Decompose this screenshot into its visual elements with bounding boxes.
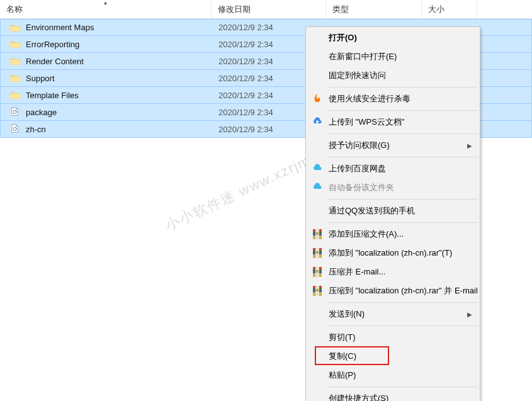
file-name-cell: Support <box>1 72 212 84</box>
column-header-date[interactable]: 修改日期 <box>212 0 326 18</box>
file-name-cell: package <box>1 106 212 118</box>
file-name-text: package <box>26 108 57 117</box>
folder-icon <box>9 38 21 50</box>
menu-grant-access[interactable]: 授予访问权限(G) ▶ <box>307 136 478 155</box>
menu-send-qq[interactable]: 通过QQ发送到我的手机 <box>307 201 478 220</box>
menu-open-new-window[interactable]: 在新窗口中打开(E) <box>307 47 478 66</box>
header-label-date: 修改日期 <box>218 4 251 15</box>
context-menu: 打开(O) 在新窗口中打开(E) 固定到快速访问 使用火绒安全进行杀毒 上传到 … <box>305 26 480 401</box>
column-header-name[interactable]: 名称 ▲ <box>0 0 212 18</box>
menu-upload-wps[interactable]: 上传到 "WPS云文档" <box>307 113 478 132</box>
column-header-size[interactable]: 大小 <box>422 0 477 18</box>
sort-ascending-icon: ▲ <box>103 0 108 6</box>
chevron-right-icon: ▶ <box>467 311 472 318</box>
cloud-baidu-icon <box>311 162 324 175</box>
menu-copy[interactable]: 复制(C) <box>307 347 478 366</box>
file-name-cell: Template Files <box>1 89 212 101</box>
menu-add-archive[interactable]: 添加到压缩文件(A)... <box>307 225 478 244</box>
folder-icon <box>9 89 21 101</box>
file-name-cell: Render Content <box>1 55 212 67</box>
menu-compress-email-local[interactable]: 压缩到 "localization (zh-cn).rar" 并 E-mail <box>307 281 478 300</box>
header-label-size: 大小 <box>428 4 444 15</box>
menu-auto-backup: 自动备份该文件夹 <box>307 178 478 197</box>
rar-icon <box>311 228 324 240</box>
column-header-row: 名称 ▲ 修改日期 类型 大小 <box>0 0 532 19</box>
menu-separator <box>329 387 478 387</box>
menu-paste[interactable]: 粘贴(P) <box>307 366 478 385</box>
file-name-text: Support <box>26 74 55 83</box>
file-name-text: zh-cn <box>26 125 46 134</box>
header-label-name: 名称 <box>6 4 23 15</box>
rar-icon <box>311 266 324 278</box>
menu-separator <box>329 325 478 326</box>
menu-separator <box>329 133 478 134</box>
huorong-icon <box>311 93 324 105</box>
menu-pin-quick-access[interactable]: 固定到快速访问 <box>307 66 478 85</box>
file-name-text: Template Files <box>26 91 79 100</box>
menu-huorong-scan[interactable]: 使用火绒安全进行杀毒 <box>307 89 478 108</box>
rar-icon <box>311 247 324 259</box>
menu-separator <box>329 302 478 303</box>
menu-create-shortcut[interactable]: 创建快捷方式(S) <box>307 389 478 401</box>
menu-send-to[interactable]: 发送到(N) ▶ <box>307 305 478 324</box>
menu-separator <box>329 110 478 111</box>
file-name-cell: zh-cn <box>1 123 212 135</box>
menu-separator <box>329 222 478 223</box>
menu-open[interactable]: 打开(O) <box>307 28 478 47</box>
header-label-type: 类型 <box>332 4 349 15</box>
menu-separator <box>329 157 478 157</box>
file-name-text: ErrorReporting <box>26 40 79 49</box>
cloud-baidu-icon <box>311 181 324 194</box>
cloud-upload-icon <box>311 116 324 128</box>
file-name-cell: Environment Maps <box>1 22 212 33</box>
rar-icon <box>311 285 324 297</box>
file-name-text: Render Content <box>26 57 84 66</box>
menu-cut[interactable]: 剪切(T) <box>307 328 478 347</box>
chevron-right-icon: ▶ <box>467 142 472 149</box>
menu-upload-baidu[interactable]: 上传到百度网盘 <box>307 159 478 178</box>
menu-separator <box>329 199 478 200</box>
column-header-type[interactable]: 类型 <box>326 0 422 18</box>
file-name-text: Environment Maps <box>26 23 94 32</box>
folder-icon <box>9 22 21 33</box>
file-icon <box>9 106 21 118</box>
menu-separator <box>329 87 478 88</box>
file-icon <box>9 123 21 135</box>
menu-compress-email[interactable]: 压缩并 E-mail... <box>307 263 478 281</box>
folder-icon <box>9 72 21 84</box>
file-name-cell: ErrorReporting <box>1 38 212 50</box>
menu-add-archive-local[interactable]: 添加到 "localization (zh-cn).rar"(T) <box>307 244 478 263</box>
folder-icon <box>9 55 21 67</box>
